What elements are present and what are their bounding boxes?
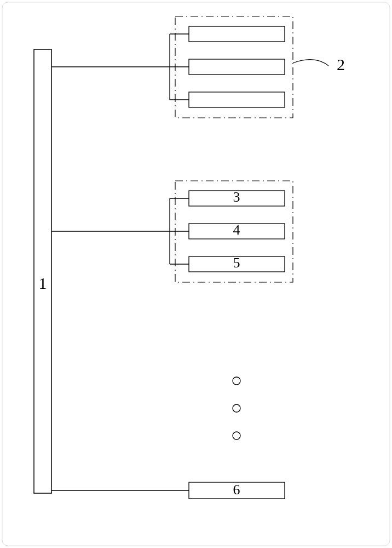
bottom-block-label: 6 [233, 482, 240, 498]
main-block-label: 1 [39, 274, 47, 292]
page-border [2, 2, 390, 546]
group-top-sub2 [189, 59, 285, 75]
ellipsis-dot-1 [233, 377, 240, 385]
group-mid-sub1-label: 3 [233, 189, 240, 205]
diagram-canvas: 1 2 3 4 5 6 [0, 0, 392, 548]
group-top-sub1 [189, 26, 285, 42]
callout-leader-2 [293, 60, 328, 66]
ellipsis-dot-3 [233, 432, 240, 439]
group-mid-sub3-label: 5 [233, 255, 240, 271]
ellipsis-dot-2 [233, 404, 240, 412]
group-mid-sub2-label: 4 [233, 222, 240, 238]
group-top-callout-label: 2 [337, 55, 345, 73]
group-top-container [175, 16, 293, 118]
group-top-sub3 [189, 92, 285, 107]
main-block [34, 49, 51, 493]
